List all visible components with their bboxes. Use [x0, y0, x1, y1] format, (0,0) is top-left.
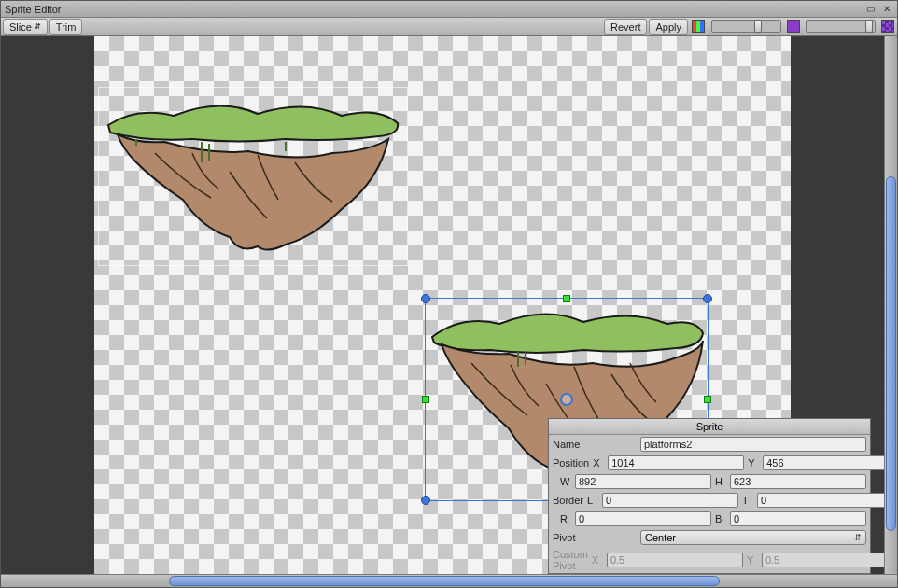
title-bar: Sprite Editor ▭ ✕: [1, 1, 897, 18]
border-label: Border: [553, 495, 583, 506]
pos-h-label: H: [715, 476, 728, 487]
custom-x-label: X: [592, 554, 605, 566]
pos-h-field[interactable]: [730, 474, 866, 489]
alpha-swatch-1[interactable]: [787, 20, 800, 33]
name-label: Name: [553, 439, 637, 450]
inspector-title: Sprite: [549, 419, 870, 435]
border-t-field[interactable]: [757, 493, 884, 508]
zoom-slider[interactable]: [711, 20, 781, 33]
border-r-label: R: [560, 513, 573, 525]
alpha-slider[interactable]: [806, 20, 876, 33]
chevron-down-icon: ⇵: [35, 22, 41, 31]
pos-w-field[interactable]: [575, 474, 711, 489]
vertical-scrollbar[interactable]: [884, 36, 897, 574]
pos-y-label: Y: [748, 457, 761, 469]
pos-x-label: X: [593, 457, 606, 469]
handle-tr[interactable]: [703, 294, 712, 303]
hscroll-thumb[interactable]: [169, 576, 720, 586]
sprite-platforms1[interactable]: [99, 88, 407, 265]
revert-button[interactable]: Revert: [604, 19, 647, 35]
vscroll-thumb[interactable]: [886, 176, 896, 531]
toolbar: Slice ⇵ Trim Revert Apply: [1, 18, 897, 36]
trim-button[interactable]: Trim: [49, 19, 83, 35]
apply-button[interactable]: Apply: [649, 19, 688, 35]
border-handle-t[interactable]: [563, 295, 570, 302]
pos-y-field[interactable]: [763, 455, 884, 470]
sprite-viewport[interactable]: Sprite Name Position X Y W H Border: [1, 36, 884, 574]
border-l-field[interactable]: [602, 493, 738, 508]
slice-button[interactable]: Slice ⇵: [3, 19, 48, 35]
name-field[interactable]: [640, 437, 866, 452]
pivot-handle[interactable]: [560, 393, 573, 406]
position-label: Position: [553, 457, 589, 469]
pivot-dropdown[interactable]: Center ⇵: [640, 530, 866, 545]
handle-bl[interactable]: [421, 496, 430, 505]
border-handle-r[interactable]: [704, 396, 711, 403]
sprite-inspector: Sprite Name Position X Y W H Border: [548, 418, 871, 574]
window-title: Sprite Editor: [5, 4, 62, 15]
border-b-field[interactable]: [730, 511, 866, 526]
border-handle-l[interactable]: [422, 396, 429, 403]
chevron-down-icon: ⇵: [854, 533, 862, 542]
horizontal-scrollbar[interactable]: [1, 574, 897, 587]
pivot-value: Center: [645, 532, 676, 543]
custom-y-label: Y: [747, 554, 760, 566]
slice-label: Slice: [9, 21, 32, 33]
dock-icon[interactable]: ▭: [863, 4, 877, 15]
custom-y-field: [762, 553, 884, 567]
close-icon[interactable]: ✕: [880, 4, 893, 15]
pivot-label: Pivot: [553, 532, 637, 543]
handle-tl[interactable]: [421, 294, 430, 303]
border-r-field[interactable]: [575, 511, 711, 526]
pos-x-field[interactable]: [608, 455, 744, 470]
alpha-swatch-2[interactable]: [881, 20, 894, 33]
pos-w-label: W: [560, 476, 573, 487]
border-b-label: B: [715, 513, 728, 525]
custom-x-field: [607, 553, 743, 567]
rgb-toggle-icon[interactable]: [692, 20, 705, 33]
border-t-label: T: [742, 495, 755, 506]
border-l-label: L: [587, 495, 600, 506]
custom-pivot-label: Custom Pivot: [553, 549, 588, 571]
